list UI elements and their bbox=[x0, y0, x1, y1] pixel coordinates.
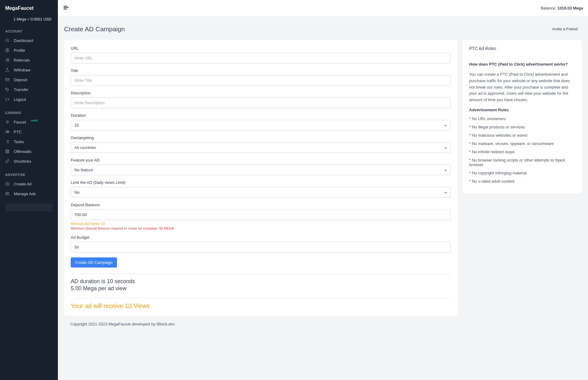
description-input[interactable] bbox=[71, 97, 451, 108]
limit-select[interactable]: No bbox=[71, 187, 451, 198]
geo-select[interactable]: All countries bbox=[71, 142, 451, 153]
divider bbox=[71, 274, 451, 274]
rule-item: * No illegal products or services bbox=[469, 125, 575, 129]
feature-label: Feature your AD bbox=[71, 158, 451, 162]
url-label: URL bbox=[71, 46, 451, 51]
divider bbox=[71, 298, 451, 298]
create-icon bbox=[5, 182, 9, 186]
nav-label: Create Ad bbox=[14, 182, 32, 186]
sidebar: MegaFaucet 1 Mega = 0.0001 USD ACCOUNT D… bbox=[0, 0, 58, 380]
balance-label: Balance: bbox=[541, 6, 557, 10]
nav-logout[interactable]: Logout bbox=[0, 94, 58, 104]
rules-question: How does PTC (Paid to Click) advertiseme… bbox=[469, 62, 575, 66]
svg-point-10 bbox=[7, 49, 8, 51]
grid-icon bbox=[5, 149, 9, 154]
manage-icon bbox=[5, 192, 9, 196]
feature-select[interactable]: No feature bbox=[71, 165, 451, 175]
svg-rect-25 bbox=[6, 150, 7, 151]
sliders-icon bbox=[5, 38, 9, 43]
rules-title: PTC Ad Rules bbox=[469, 46, 575, 51]
nav-shortlinks[interactable]: Shortlinks bbox=[0, 156, 58, 166]
rule-item: * No browser locking scripts or other at… bbox=[469, 158, 575, 167]
nav-deposit[interactable]: Deposit bbox=[0, 75, 58, 85]
svg-rect-27 bbox=[6, 152, 7, 153]
svg-rect-28 bbox=[8, 152, 9, 153]
svg-point-12 bbox=[8, 59, 9, 60]
description-label: Description bbox=[71, 91, 451, 95]
section-head-account: ACCOUNT bbox=[0, 27, 58, 36]
rule-item: * No URL shorteners bbox=[469, 116, 575, 121]
nav-label: Dashboard bbox=[14, 38, 33, 43]
nav-dashboard[interactable]: Dashboard bbox=[0, 36, 58, 45]
user-icon bbox=[5, 48, 9, 52]
nav-profile[interactable]: Profile bbox=[0, 45, 58, 55]
rules-card: PTC Ad Rules How does PTC (Paid to Click… bbox=[462, 40, 582, 193]
duration-select[interactable]: 10 bbox=[71, 120, 451, 131]
nav-label: Faucet bbox=[14, 120, 26, 124]
nav-label: Profile bbox=[14, 48, 25, 53]
summary-duration: AD duration is 10 seconds bbox=[71, 278, 451, 285]
nav-withdraw[interactable]: Withdraw bbox=[0, 65, 58, 75]
balance-value: 1018.03 Mega bbox=[557, 6, 583, 10]
nav-label: PTC bbox=[14, 130, 22, 134]
rules-heading: Advertisement Rules bbox=[469, 108, 575, 112]
deposit-label: Deposit Balance bbox=[71, 203, 451, 207]
nav-ptc[interactable]: PTC bbox=[0, 127, 58, 137]
ad-icon bbox=[5, 130, 9, 134]
tag-icon bbox=[5, 87, 9, 92]
invite-friend-button[interactable]: Invite a Friend bbox=[548, 24, 582, 34]
nav-label: Manage Ads bbox=[14, 192, 36, 196]
rule-item: * No infinite redirect loops bbox=[469, 150, 575, 154]
svg-rect-32 bbox=[6, 192, 9, 195]
nav-label: Withdraw bbox=[14, 68, 30, 72]
topbar: Balance: 1018.03 Mega bbox=[58, 0, 588, 16]
svg-point-11 bbox=[6, 59, 8, 60]
page-header: Create AD Campaign Invite a Friend bbox=[64, 24, 582, 34]
nav-faucet[interactable]: Faucetready bbox=[0, 117, 58, 127]
hint-min-deposit: Minimum Deposit Balance required to crea… bbox=[71, 226, 451, 230]
link-icon bbox=[5, 159, 9, 163]
upload-icon bbox=[5, 68, 9, 72]
nav-manage-ads[interactable]: Manage Ads bbox=[0, 189, 58, 199]
budget-label: Ad Budget bbox=[71, 235, 451, 240]
svg-rect-26 bbox=[8, 150, 9, 151]
nav-label: Tasks bbox=[14, 139, 24, 144]
nav-transfer[interactable]: Transfer bbox=[0, 85, 58, 94]
ready-badge: ready bbox=[31, 119, 38, 122]
nav-offerwalls[interactable]: Offerwalls bbox=[0, 146, 58, 156]
budget-input[interactable] bbox=[71, 242, 451, 253]
rule-item: * No copyright infringing material bbox=[469, 171, 575, 175]
svg-point-16 bbox=[6, 89, 7, 89]
brand-title: MegaFaucet bbox=[0, 4, 58, 14]
geo-label: Geotargeting bbox=[71, 135, 451, 140]
card-icon bbox=[5, 78, 9, 82]
nav-label: Deposit bbox=[14, 78, 27, 82]
footer: Copyright 2021-2023 MegaFaucet developed… bbox=[64, 316, 582, 332]
logout-icon bbox=[5, 97, 9, 101]
url-input[interactable] bbox=[71, 53, 451, 63]
exchange-rate: 1 Mega = 0.0001 USD bbox=[0, 14, 58, 27]
bitcoin-icon bbox=[5, 120, 9, 124]
list-icon bbox=[5, 139, 9, 144]
hint-min-views: Minimum Ad Views: 10 bbox=[71, 222, 451, 226]
hamburger-icon bbox=[63, 4, 70, 11]
nav-create-ad[interactable]: Create Ad bbox=[0, 179, 58, 189]
create-campaign-button[interactable]: Create AD Campaign bbox=[71, 257, 117, 268]
duration-label: Duration bbox=[71, 113, 451, 118]
limit-label: Limit the AD (Daily views Limit) bbox=[71, 180, 451, 185]
nav-label: Shortlinks bbox=[14, 159, 31, 164]
form-card: URL Title Description Duration 10 bbox=[64, 40, 458, 316]
nav-label: Referrals bbox=[14, 58, 30, 63]
main: Balance: 1018.03 Mega Create AD Campaign… bbox=[58, 0, 588, 380]
nav-tasks[interactable]: Tasks bbox=[0, 137, 58, 146]
page-title: Create AD Campaign bbox=[64, 25, 125, 33]
sidebar-placeholder bbox=[5, 203, 53, 211]
balance-display: Balance: 1018.03 Mega bbox=[541, 6, 583, 10]
title-label: Title bbox=[71, 68, 451, 73]
deposit-input[interactable] bbox=[71, 209, 451, 220]
nav-referrals[interactable]: Referrals bbox=[0, 55, 58, 65]
rule-item: * No malware, viruses, spyware, or ranso… bbox=[469, 141, 575, 146]
summary-views: Your ad will receive 10 Views bbox=[71, 302, 451, 310]
menu-toggle[interactable] bbox=[63, 4, 70, 12]
title-input[interactable] bbox=[71, 75, 451, 86]
